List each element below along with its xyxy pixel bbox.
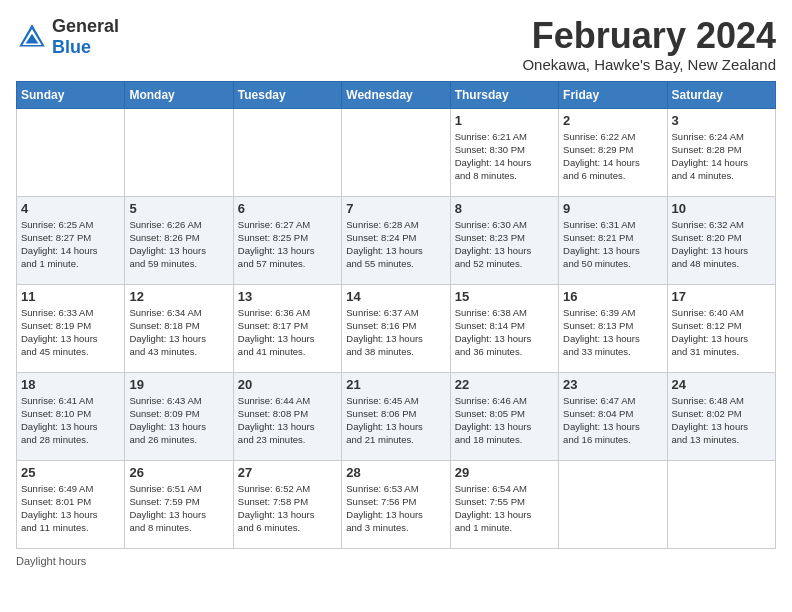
- calendar-cell: 28Sunrise: 6:53 AM Sunset: 7:56 PM Dayli…: [342, 460, 450, 548]
- col-header-thursday: Thursday: [450, 81, 558, 108]
- location-title: Onekawa, Hawke's Bay, New Zealand: [522, 56, 776, 73]
- title-area: February 2024 Onekawa, Hawke's Bay, New …: [522, 16, 776, 73]
- page-header: General Blue February 2024 Onekawa, Hawk…: [16, 16, 776, 73]
- day-info: Sunrise: 6:27 AM Sunset: 8:25 PM Dayligh…: [238, 218, 337, 271]
- calendar-cell: [559, 460, 667, 548]
- calendar-cell: 20Sunrise: 6:44 AM Sunset: 8:08 PM Dayli…: [233, 372, 341, 460]
- footer-note: Daylight hours: [16, 555, 776, 567]
- day-number: 19: [129, 377, 228, 392]
- week-row-1: 1Sunrise: 6:21 AM Sunset: 8:30 PM Daylig…: [17, 108, 776, 196]
- calendar-cell: 26Sunrise: 6:51 AM Sunset: 7:59 PM Dayli…: [125, 460, 233, 548]
- day-number: 23: [563, 377, 662, 392]
- col-header-tuesday: Tuesday: [233, 81, 341, 108]
- day-info: Sunrise: 6:26 AM Sunset: 8:26 PM Dayligh…: [129, 218, 228, 271]
- day-number: 11: [21, 289, 120, 304]
- day-info: Sunrise: 6:39 AM Sunset: 8:13 PM Dayligh…: [563, 306, 662, 359]
- day-number: 28: [346, 465, 445, 480]
- day-number: 2: [563, 113, 662, 128]
- day-number: 9: [563, 201, 662, 216]
- col-header-sunday: Sunday: [17, 81, 125, 108]
- week-row-4: 18Sunrise: 6:41 AM Sunset: 8:10 PM Dayli…: [17, 372, 776, 460]
- day-number: 17: [672, 289, 771, 304]
- calendar-cell: [17, 108, 125, 196]
- day-number: 1: [455, 113, 554, 128]
- logo-text-general: General: [52, 16, 119, 36]
- calendar-cell: 16Sunrise: 6:39 AM Sunset: 8:13 PM Dayli…: [559, 284, 667, 372]
- calendar-cell: [125, 108, 233, 196]
- calendar-cell: [667, 460, 775, 548]
- day-info: Sunrise: 6:28 AM Sunset: 8:24 PM Dayligh…: [346, 218, 445, 271]
- day-info: Sunrise: 6:33 AM Sunset: 8:19 PM Dayligh…: [21, 306, 120, 359]
- day-number: 4: [21, 201, 120, 216]
- col-header-monday: Monday: [125, 81, 233, 108]
- day-number: 6: [238, 201, 337, 216]
- day-number: 14: [346, 289, 445, 304]
- week-row-3: 11Sunrise: 6:33 AM Sunset: 8:19 PM Dayli…: [17, 284, 776, 372]
- day-number: 26: [129, 465, 228, 480]
- col-header-wednesday: Wednesday: [342, 81, 450, 108]
- day-info: Sunrise: 6:37 AM Sunset: 8:16 PM Dayligh…: [346, 306, 445, 359]
- calendar-body: 1Sunrise: 6:21 AM Sunset: 8:30 PM Daylig…: [17, 108, 776, 548]
- week-row-5: 25Sunrise: 6:49 AM Sunset: 8:01 PM Dayli…: [17, 460, 776, 548]
- calendar-cell: 13Sunrise: 6:36 AM Sunset: 8:17 PM Dayli…: [233, 284, 341, 372]
- day-info: Sunrise: 6:45 AM Sunset: 8:06 PM Dayligh…: [346, 394, 445, 447]
- day-number: 7: [346, 201, 445, 216]
- day-info: Sunrise: 6:34 AM Sunset: 8:18 PM Dayligh…: [129, 306, 228, 359]
- day-info: Sunrise: 6:53 AM Sunset: 7:56 PM Dayligh…: [346, 482, 445, 535]
- day-number: 10: [672, 201, 771, 216]
- month-title: February 2024: [522, 16, 776, 56]
- calendar-cell: 18Sunrise: 6:41 AM Sunset: 8:10 PM Dayli…: [17, 372, 125, 460]
- calendar-cell: 10Sunrise: 6:32 AM Sunset: 8:20 PM Dayli…: [667, 196, 775, 284]
- day-info: Sunrise: 6:46 AM Sunset: 8:05 PM Dayligh…: [455, 394, 554, 447]
- day-info: Sunrise: 6:47 AM Sunset: 8:04 PM Dayligh…: [563, 394, 662, 447]
- logo: General Blue: [16, 16, 119, 58]
- calendar-cell: 3Sunrise: 6:24 AM Sunset: 8:28 PM Daylig…: [667, 108, 775, 196]
- day-number: 5: [129, 201, 228, 216]
- calendar-cell: 11Sunrise: 6:33 AM Sunset: 8:19 PM Dayli…: [17, 284, 125, 372]
- day-info: Sunrise: 6:30 AM Sunset: 8:23 PM Dayligh…: [455, 218, 554, 271]
- day-info: Sunrise: 6:24 AM Sunset: 8:28 PM Dayligh…: [672, 130, 771, 183]
- day-number: 15: [455, 289, 554, 304]
- calendar-cell: 8Sunrise: 6:30 AM Sunset: 8:23 PM Daylig…: [450, 196, 558, 284]
- day-number: 12: [129, 289, 228, 304]
- calendar-cell: [342, 108, 450, 196]
- day-info: Sunrise: 6:48 AM Sunset: 8:02 PM Dayligh…: [672, 394, 771, 447]
- calendar-cell: 12Sunrise: 6:34 AM Sunset: 8:18 PM Dayli…: [125, 284, 233, 372]
- day-info: Sunrise: 6:54 AM Sunset: 7:55 PM Dayligh…: [455, 482, 554, 535]
- day-number: 20: [238, 377, 337, 392]
- calendar-cell: 21Sunrise: 6:45 AM Sunset: 8:06 PM Dayli…: [342, 372, 450, 460]
- header-row: SundayMondayTuesdayWednesdayThursdayFrid…: [17, 81, 776, 108]
- day-info: Sunrise: 6:52 AM Sunset: 7:58 PM Dayligh…: [238, 482, 337, 535]
- day-number: 25: [21, 465, 120, 480]
- day-number: 27: [238, 465, 337, 480]
- calendar-cell: 19Sunrise: 6:43 AM Sunset: 8:09 PM Dayli…: [125, 372, 233, 460]
- logo-icon: [16, 21, 48, 53]
- col-header-friday: Friday: [559, 81, 667, 108]
- calendar-cell: 6Sunrise: 6:27 AM Sunset: 8:25 PM Daylig…: [233, 196, 341, 284]
- calendar-cell: 2Sunrise: 6:22 AM Sunset: 8:29 PM Daylig…: [559, 108, 667, 196]
- calendar-cell: 17Sunrise: 6:40 AM Sunset: 8:12 PM Dayli…: [667, 284, 775, 372]
- day-info: Sunrise: 6:32 AM Sunset: 8:20 PM Dayligh…: [672, 218, 771, 271]
- day-number: 22: [455, 377, 554, 392]
- calendar-cell: 25Sunrise: 6:49 AM Sunset: 8:01 PM Dayli…: [17, 460, 125, 548]
- footer-daylight-label: Daylight hours: [16, 555, 86, 567]
- day-info: Sunrise: 6:43 AM Sunset: 8:09 PM Dayligh…: [129, 394, 228, 447]
- day-number: 3: [672, 113, 771, 128]
- logo-text-blue: Blue: [52, 37, 91, 57]
- day-info: Sunrise: 6:41 AM Sunset: 8:10 PM Dayligh…: [21, 394, 120, 447]
- day-info: Sunrise: 6:44 AM Sunset: 8:08 PM Dayligh…: [238, 394, 337, 447]
- calendar-cell: 29Sunrise: 6:54 AM Sunset: 7:55 PM Dayli…: [450, 460, 558, 548]
- day-number: 8: [455, 201, 554, 216]
- day-number: 24: [672, 377, 771, 392]
- day-number: 18: [21, 377, 120, 392]
- day-number: 29: [455, 465, 554, 480]
- day-number: 16: [563, 289, 662, 304]
- calendar-table: SundayMondayTuesdayWednesdayThursdayFrid…: [16, 81, 776, 549]
- calendar-cell: 15Sunrise: 6:38 AM Sunset: 8:14 PM Dayli…: [450, 284, 558, 372]
- day-number: 13: [238, 289, 337, 304]
- day-info: Sunrise: 6:40 AM Sunset: 8:12 PM Dayligh…: [672, 306, 771, 359]
- calendar-cell: 5Sunrise: 6:26 AM Sunset: 8:26 PM Daylig…: [125, 196, 233, 284]
- week-row-2: 4Sunrise: 6:25 AM Sunset: 8:27 PM Daylig…: [17, 196, 776, 284]
- calendar-cell: 4Sunrise: 6:25 AM Sunset: 8:27 PM Daylig…: [17, 196, 125, 284]
- day-info: Sunrise: 6:22 AM Sunset: 8:29 PM Dayligh…: [563, 130, 662, 183]
